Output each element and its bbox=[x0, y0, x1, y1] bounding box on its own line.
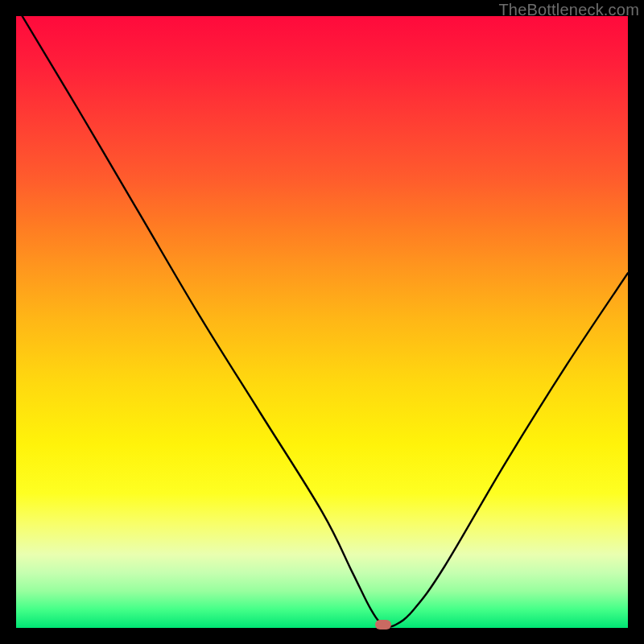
watermark-label: TheBottleneck.com bbox=[498, 1, 639, 19]
chart-frame: TheBottleneck.com bbox=[0, 0, 644, 644]
bottleneck-marker bbox=[375, 620, 391, 630]
plot-area bbox=[16, 16, 628, 628]
bottleneck-curve bbox=[16, 16, 628, 628]
